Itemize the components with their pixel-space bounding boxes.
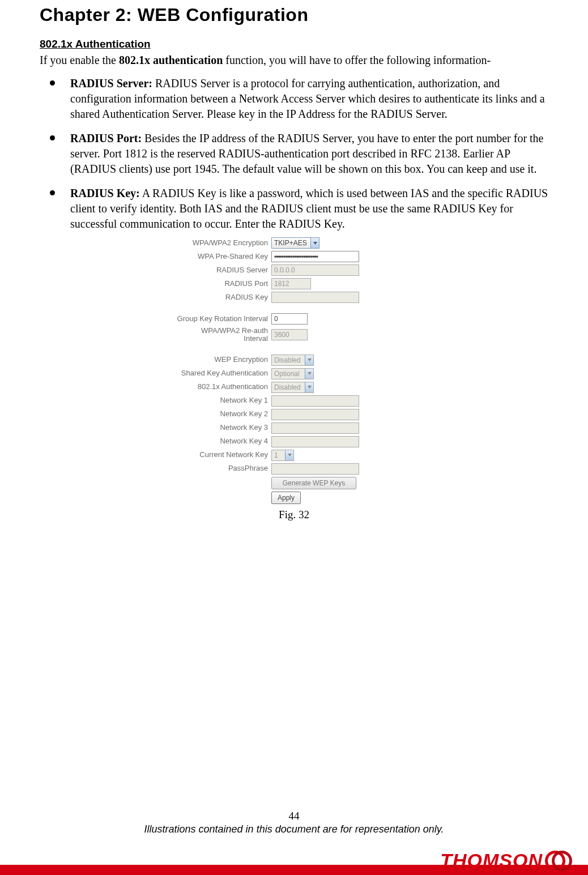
wep-encryption-value: Disabled [274,356,301,364]
nk3-input[interactable] [271,422,359,434]
reauth-label-line1: WPA/WPA2 Re-auth [201,326,268,335]
bullet-list: RADIUS Server: RADIUS Server is a protoc… [40,76,548,232]
bullet-term: RADIUS Key: [70,187,140,199]
shared-key-label: Shared Key Authentication [141,369,271,377]
list-item: RADIUS Key: A RADIUS Key is like a passw… [40,186,548,232]
reauth-value: 3600 [274,331,289,339]
nk2-label: Network Key 2 [141,410,271,418]
page-number: 44 [0,810,588,822]
reauth-label: WPA/WPA2 Re-auth Interval [141,327,271,343]
radius-key-input[interactable] [271,292,359,303]
current-key-select[interactable]: 1 [271,450,294,461]
chevron-down-icon [305,369,313,379]
group-key-value: 0 [274,315,278,323]
wpa-encryption-label: WPA/WPA2 Encryption [141,239,271,247]
dot1x-label: 802.1x Authentication [141,383,271,391]
bullet-text: Besides the IP address of the RADIUS Ser… [70,132,544,175]
intro-paragraph: If you enable the 802.1x authentication … [40,53,548,68]
group-key-label: Group Key Rotation Interval [141,315,271,323]
list-item: RADIUS Port: Besides the IP address of t… [40,131,548,177]
group-key-input[interactable]: 0 [271,313,308,325]
bullet-text: A RADIUS Key is like a password, which i… [70,187,548,230]
radius-key-label: RADIUS Key [141,293,271,301]
wpa-encryption-select[interactable]: TKIP+AES [271,237,319,249]
page-footer: 44 Illustrations contained in this docum… [0,810,588,875]
dot1x-value: Disabled [274,383,301,391]
figure-caption: Fig. 32 [40,509,548,521]
intro-text-post: function, you will have to offer the fol… [223,54,491,66]
dot1x-select[interactable]: Disabled [271,382,314,393]
section-heading-8021x: 802.1x Authentication [40,38,548,50]
chapter-title: Chapter 2: WEB Configuration [40,5,548,25]
reauth-label-line2: Interval [244,334,268,343]
passphrase-input[interactable] [271,463,359,475]
bullet-term: RADIUS Port: [70,132,142,144]
bullet-icon [50,80,55,86]
radius-server-input[interactable]: 0.0.0.0 [271,264,359,276]
nk1-label: Network Key 1 [141,396,271,404]
radius-port-label: RADIUS Port [141,280,271,288]
brand-rings-icon [546,851,571,870]
radius-server-label: RADIUS Server [141,266,271,274]
wpa-encryption-value: TKIP+AES [274,239,307,247]
brand-wordmark: THOMSON [440,850,543,872]
psk-value: •••••••••••••••••••••••• [274,253,318,260]
brand-bar: THOMSON [0,841,588,875]
shared-key-value: Optional [274,370,300,378]
psk-label: WPA Pre-Shared Key [141,253,271,261]
chevron-down-icon [305,355,313,365]
current-key-value: 1 [274,451,278,459]
nk2-input[interactable] [271,409,359,420]
reauth-input[interactable]: 3600 [271,329,308,340]
bullet-term: RADIUS Server: [70,77,152,89]
config-panel: WPA/WPA2 Encryption TKIP+AES WPA Pre-Sha… [141,237,447,504]
wep-encryption-label: WEP Encryption [141,356,271,364]
nk4-label: Network Key 4 [141,437,271,445]
bullet-icon [50,190,55,195]
nk1-input[interactable] [271,395,359,407]
current-key-label: Current Network Key [141,451,271,459]
bullet-icon [50,135,55,140]
shared-key-select[interactable]: Optional [271,368,314,379]
passphrase-label: PassPhrase [141,464,271,472]
chevron-down-icon [305,382,313,392]
intro-bold: 802.1x authentication [119,54,223,66]
list-item: RADIUS Server: RADIUS Server is a protoc… [40,76,548,122]
intro-text-pre: If you enable the [40,54,119,66]
nk4-input[interactable] [271,436,359,447]
chevron-down-icon [285,450,293,460]
generate-wep-keys-button[interactable]: Generate WEP Keys [271,477,356,489]
apply-button[interactable]: Apply [271,492,301,504]
radius-port-input[interactable]: 1812 [271,278,311,289]
brand-logo: THOMSON [440,850,571,872]
psk-input[interactable]: •••••••••••••••••••••••• [271,251,359,262]
nk3-label: Network Key 3 [141,424,271,432]
wep-encryption-select[interactable]: Disabled [271,355,314,366]
radius-port-value: 1812 [274,280,289,288]
footer-note: Illustrations contained in this document… [0,823,588,835]
radius-server-value: 0.0.0.0 [274,266,295,274]
chevron-down-icon [310,238,319,248]
